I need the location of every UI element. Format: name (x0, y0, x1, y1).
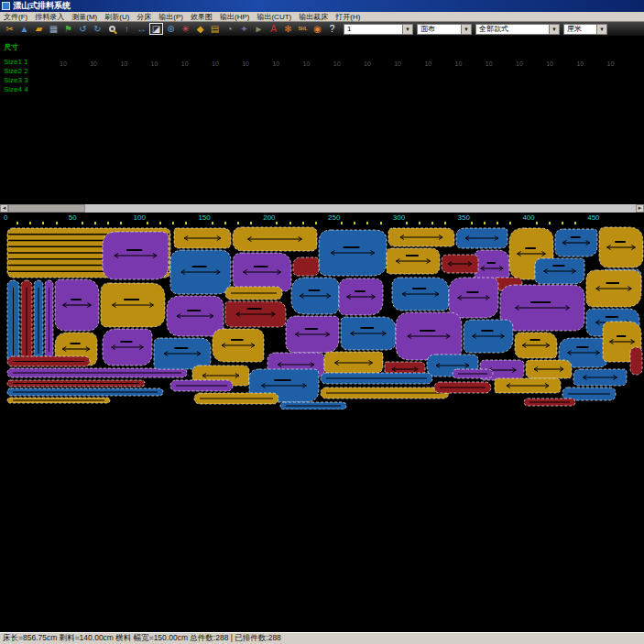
pattern-piece[interactable] (495, 378, 561, 393)
pattern-piece[interactable] (453, 369, 493, 378)
pattern-piece[interactable] (630, 347, 642, 375)
pattern-piece[interactable] (293, 257, 319, 276)
wheel-icon[interactable]: ⊛ (164, 23, 178, 35)
folder-icon[interactable]: ▰ (32, 23, 46, 35)
zoom-icon[interactable] (105, 23, 119, 35)
redo-icon[interactable]: ↻ (91, 23, 104, 35)
pattern-piece[interactable] (339, 278, 383, 315)
knife-tool-icon[interactable]: ◪ (149, 23, 163, 35)
send-icon[interactable]: ► (252, 23, 266, 35)
pattern-piece[interactable] (7, 380, 145, 387)
pattern-piece[interactable] (7, 368, 187, 377)
pattern-piece[interactable] (194, 393, 278, 404)
style-select-dropdown-arrow-icon[interactable]: ▼ (549, 25, 559, 34)
pattern-piece[interactable] (174, 228, 231, 248)
pattern-piece[interactable] (7, 398, 110, 403)
pattern-piece[interactable] (34, 280, 43, 361)
pattern-piece[interactable] (291, 278, 339, 314)
money-icon[interactable]: ▤ (208, 23, 222, 35)
pattern-piece[interactable] (387, 248, 440, 274)
fabric-select-dropdown-arrow-icon[interactable]: ▼ (461, 25, 471, 34)
pattern-piece[interactable] (324, 352, 383, 374)
scrollbar-thumb[interactable] (8, 204, 85, 213)
pattern-piece[interactable] (233, 253, 291, 291)
arrow-leftright-icon[interactable]: ↔ (135, 23, 148, 35)
pattern-piece[interactable] (321, 387, 449, 398)
pattern-piece[interactable] (21, 280, 32, 363)
spark-icon[interactable]: ✦ (237, 23, 251, 35)
menu-item-2[interactable]: 测量(M) (68, 12, 101, 22)
pattern-piece[interactable] (456, 228, 508, 248)
unit-select-combo[interactable]: 厘米▼ (563, 24, 607, 35)
pattern-piece[interactable] (500, 285, 584, 331)
pattern-piece[interactable] (535, 258, 584, 284)
pattern-piece[interactable] (7, 356, 90, 366)
sheet-select-combo[interactable]: 1▼ (344, 24, 413, 35)
pattern-piece[interactable] (341, 317, 396, 350)
pattern-piece[interactable] (213, 329, 264, 362)
pattern-piece[interactable] (225, 287, 282, 300)
pinwheel-icon[interactable]: ✳ (179, 23, 192, 35)
pattern-piece[interactable] (573, 369, 627, 386)
pattern-piece[interactable] (225, 301, 286, 327)
pattern-piece[interactable] (170, 380, 233, 391)
pattern-piece[interactable] (103, 329, 152, 366)
pattern-piece[interactable] (101, 283, 165, 327)
pattern-piece[interactable] (167, 296, 224, 336)
pattern-piece[interactable] (524, 398, 575, 406)
pattern-piece[interactable] (233, 227, 317, 251)
help-icon[interactable]: ? (325, 23, 339, 35)
fabric-select-combo[interactable]: 面布▼ (417, 24, 472, 35)
menu-item-10[interactable]: 打开(H) (332, 12, 364, 22)
menu-item-6[interactable]: 效果图 (187, 12, 216, 22)
sheet-select-dropdown-arrow-icon[interactable]: ▼ (402, 25, 412, 34)
scroll-right-button[interactable]: ► (636, 204, 644, 213)
size-row-3[interactable]: Size4 4 (4, 85, 28, 94)
marker-area[interactable] (0, 226, 644, 409)
pattern-piece[interactable] (55, 279, 99, 331)
horizontal-scrollbar[interactable]: ◄ ► (0, 204, 644, 213)
flag-icon[interactable]: ⚑ (61, 23, 75, 35)
pattern-piece[interactable] (599, 227, 643, 267)
menu-item-8[interactable]: 输出(CUT) (253, 12, 295, 22)
unit-select-dropdown-arrow-icon[interactable]: ▼ (596, 25, 606, 34)
pattern-piece[interactable] (449, 278, 498, 318)
approve-icon[interactable]: ◆ (193, 23, 207, 35)
size-row-1[interactable]: Size2 2 (4, 67, 28, 76)
pattern-piece[interactable] (170, 250, 231, 294)
style-select-combo[interactable]: 全部款式▼ (475, 24, 560, 35)
pattern-piece[interactable] (464, 320, 513, 353)
pattern-piece[interactable] (515, 333, 557, 358)
pattern-piece[interactable] (586, 270, 641, 307)
save-icon[interactable]: ▦ (47, 23, 60, 35)
menu-item-3[interactable]: 刷新(U) (101, 12, 133, 22)
menu-item-5[interactable]: 输出(P) (155, 12, 187, 22)
pattern-piece[interactable] (7, 388, 163, 396)
undo-icon[interactable]: ↺ (76, 23, 90, 35)
menu-item-0[interactable]: 文件(F) (0, 12, 31, 22)
pattern-piece[interactable] (442, 255, 478, 273)
pattern-piece[interactable] (286, 316, 339, 353)
scroll-left-button[interactable]: ◄ (0, 204, 8, 213)
pattern-piece[interactable] (154, 338, 211, 369)
menu-item-7[interactable]: 输出(HP) (216, 12, 253, 22)
pattern-piece[interactable] (45, 280, 53, 359)
pattern-piece[interactable] (103, 232, 169, 279)
open-folder-icon[interactable]: ▲ (17, 23, 31, 35)
pattern-piece[interactable] (7, 280, 19, 365)
pattern-piece[interactable] (321, 373, 432, 384)
pattern-piece[interactable] (392, 278, 449, 311)
menu-item-9[interactable]: 输出裁床 (295, 12, 332, 22)
menu-item-1[interactable]: 排料录入 (31, 12, 68, 22)
size-row-2[interactable]: Size3 3 (4, 76, 28, 85)
pattern-piece[interactable] (434, 382, 491, 393)
arrow-up-icon[interactable]: ↑ (120, 23, 134, 35)
pattern-piece[interactable] (280, 402, 346, 409)
text-a-icon[interactable]: A (267, 23, 280, 35)
pattern-piece[interactable] (555, 229, 597, 257)
globe-icon[interactable]: ◉ (311, 23, 324, 35)
flower-icon[interactable]: ✻ (281, 23, 295, 35)
shl-icon[interactable]: SHL (296, 23, 310, 35)
pattern-piece[interactable] (396, 312, 462, 360)
size-row-0[interactable]: Size1 1 (4, 58, 28, 67)
